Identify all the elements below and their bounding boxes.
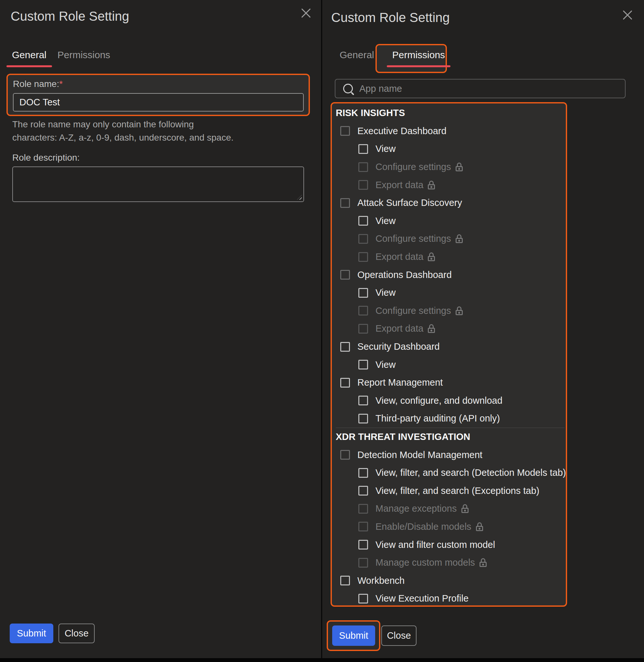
checkbox[interactable]	[358, 594, 368, 603]
permission-label: Enable/Disable models	[375, 521, 472, 532]
role-description-label: Role description:	[12, 153, 80, 163]
dialog-general: Custom Role Setting General Permissions …	[0, 0, 321, 658]
lock-icon	[456, 306, 463, 315]
permission-group-header: XDR THREAT INVESTIGATION	[336, 428, 565, 446]
permission-label: View, configure, and download	[375, 395, 503, 406]
permission-row: View, configure, and download	[336, 392, 565, 410]
checkbox	[358, 558, 368, 568]
role-name-input[interactable]	[13, 93, 304, 112]
role-name-label-text: Role name:	[13, 79, 59, 89]
tab-general[interactable]: General	[12, 49, 47, 61]
resize-grip-icon[interactable]	[297, 195, 302, 200]
tab-general[interactable]: General	[340, 49, 374, 61]
dialog-title: Custom Role Setting	[11, 9, 129, 24]
checkbox	[358, 162, 368, 172]
checkbox[interactable]	[358, 360, 368, 369]
tab-permissions[interactable]: Permissions	[58, 49, 110, 61]
permission-row: Workbench	[336, 571, 565, 590]
permission-row: Security Dashboard	[336, 338, 565, 356]
checkbox[interactable]	[340, 342, 350, 352]
permission-row: Export data	[336, 248, 565, 266]
role-description-textarea[interactable]	[12, 166, 304, 202]
permission-label: View	[375, 360, 395, 370]
checkbox[interactable]	[358, 468, 368, 478]
permission-row: View	[336, 140, 565, 158]
permission-row: Third-party auditing (API only)	[336, 410, 565, 428]
checkbox	[358, 234, 368, 244]
submit-button[interactable]: Submit	[10, 623, 53, 643]
permission-row: Export data	[336, 320, 565, 338]
checkbox[interactable]	[340, 198, 350, 208]
permission-label: Configure settings	[375, 233, 451, 244]
permission-row: View	[336, 212, 565, 230]
permission-label: Configure settings	[375, 305, 451, 316]
permission-row: View and filter custom model	[336, 535, 565, 554]
checkbox[interactable]	[340, 450, 350, 460]
lock-icon	[461, 504, 468, 513]
permission-row: Manage exceptions	[336, 500, 565, 518]
permission-label: View	[375, 143, 395, 154]
permission-row: Report Management	[336, 374, 565, 392]
permission-label: Export data	[375, 323, 423, 334]
permission-row: Configure settings	[336, 302, 565, 320]
permission-label: Manage exceptions	[375, 503, 457, 514]
lock-icon	[428, 324, 435, 333]
permission-label: Operations Dashboard	[358, 270, 452, 280]
permission-label: Security Dashboard	[358, 341, 440, 352]
permission-label: Attack Surface Discovery	[358, 198, 462, 208]
required-asterisk: *	[59, 79, 63, 89]
checkbox[interactable]	[358, 540, 368, 549]
checkbox	[358, 504, 368, 513]
checkbox[interactable]	[358, 144, 368, 154]
checkbox[interactable]	[358, 414, 368, 424]
permission-label: View	[375, 287, 395, 298]
permission-label: View	[375, 215, 395, 226]
lock-icon	[476, 522, 483, 531]
permission-row: Enable/Disable models	[336, 518, 565, 536]
lock-icon	[428, 252, 435, 261]
permission-label: Detection Model Management	[358, 450, 482, 460]
permission-row: Configure settings	[336, 230, 565, 248]
permission-label: View Execution Profile	[375, 593, 468, 604]
close-button[interactable]: Close	[381, 625, 416, 646]
permission-group-header: RISK INSIGHTS	[336, 104, 565, 122]
checkbox[interactable]	[358, 396, 368, 405]
checkbox[interactable]	[340, 378, 350, 388]
permission-row: View	[336, 356, 565, 374]
permission-label: View, filter, and search (Exceptions tab…	[375, 485, 539, 496]
permission-row: View	[336, 284, 565, 302]
checkbox[interactable]	[340, 270, 350, 280]
checkbox	[358, 306, 368, 316]
submit-button[interactable]: Submit	[332, 625, 375, 646]
close-icon[interactable]	[300, 8, 312, 19]
permission-label: Third-party auditing (API only)	[375, 413, 500, 424]
checkbox	[358, 180, 368, 190]
permission-label: Export data	[375, 180, 423, 190]
close-icon[interactable]	[622, 10, 633, 21]
permission-row: Operations Dashboard	[336, 266, 565, 284]
permission-label: View, filter, and search (Detection Mode…	[375, 467, 566, 478]
permission-row: Detection Model Management	[336, 446, 565, 464]
checkbox	[358, 522, 368, 531]
checkbox[interactable]	[358, 486, 368, 496]
lock-icon	[456, 234, 463, 243]
checkbox[interactable]	[358, 288, 368, 298]
app-search	[335, 79, 626, 98]
checkbox[interactable]	[358, 216, 368, 226]
close-button[interactable]: Close	[59, 623, 95, 643]
permission-label: Report Management	[358, 377, 443, 388]
lock-icon	[428, 181, 435, 189]
permission-row: Executive Dashboard	[336, 122, 565, 140]
permission-groups: RISK INSIGHTSExecutive DashboardViewConf…	[330, 102, 567, 607]
checkbox[interactable]	[340, 576, 350, 586]
search-input[interactable]	[359, 83, 625, 94]
permission-row: Manage custom models	[336, 554, 565, 572]
tab-permissions[interactable]: Permissions	[392, 49, 445, 61]
lock-icon	[480, 558, 487, 567]
permission-row: Configure settings	[336, 158, 565, 176]
permission-label: Export data	[375, 251, 423, 262]
checkbox[interactable]	[340, 126, 350, 136]
permission-label: Executive Dashboard	[358, 126, 446, 136]
search-icon	[343, 84, 353, 93]
lock-icon	[456, 163, 463, 171]
